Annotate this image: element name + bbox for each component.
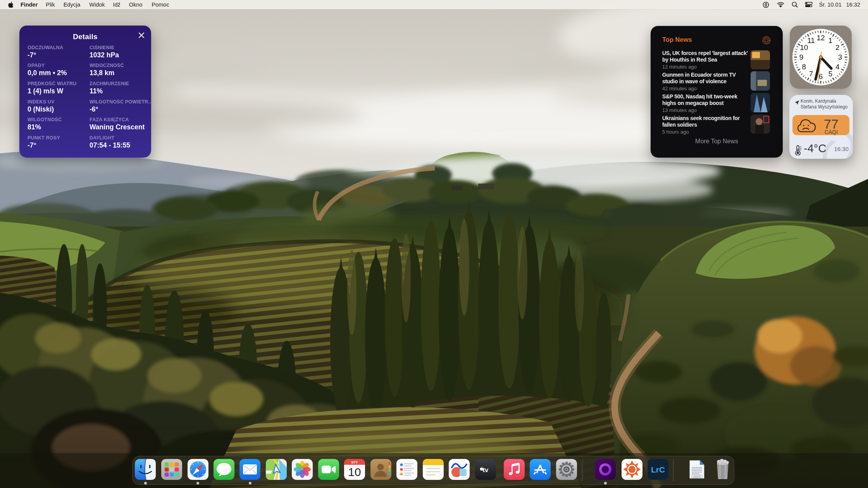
svg-text:12: 12: [816, 34, 825, 42]
svg-text:4: 4: [835, 63, 840, 71]
svg-text:10: 10: [348, 466, 361, 478]
svg-text:LrC: LrC: [651, 465, 665, 474]
svg-text:11: 11: [807, 36, 815, 45]
svg-text:3: 3: [838, 53, 842, 61]
svg-text:tv: tv: [482, 466, 489, 474]
svg-text:8: 8: [802, 63, 806, 71]
svg-text:1: 1: [828, 36, 833, 45]
svg-text:10: 10: [800, 43, 808, 52]
svg-text:7: 7: [809, 70, 813, 78]
svg-text:5: 5: [828, 70, 833, 78]
svg-text:DOCX: DOCX: [693, 475, 701, 478]
svg-text:2: 2: [835, 43, 840, 52]
svg-text:9: 9: [799, 53, 804, 61]
svg-text:STY: STY: [351, 461, 358, 464]
